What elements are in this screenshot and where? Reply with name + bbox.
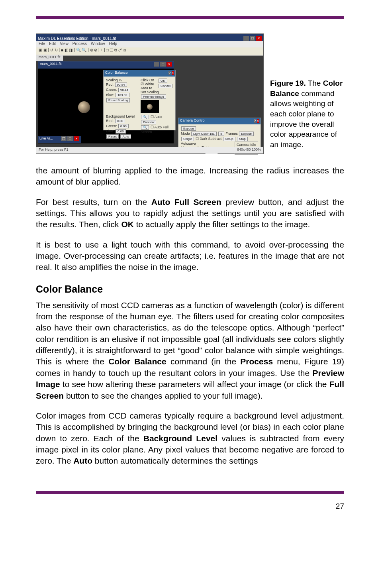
p5-background-level: Background Level — [143, 434, 217, 443]
auto-checkbox-label[interactable]: Auto — [155, 115, 162, 119]
menu-edit[interactable]: Edit — [49, 41, 56, 48]
scaling-green-value[interactable]: 98.14 — [118, 88, 130, 92]
scaling-red-value[interactable]: 90.54 — [115, 83, 127, 87]
bg-red-label: Red: — [106, 119, 114, 123]
paragraph-4: The sensitivity of most CCD cameras as a… — [36, 300, 344, 401]
paragraph-5: Color images from CCD cameras typically … — [36, 410, 344, 467]
menu-window[interactable]: Window — [91, 41, 105, 48]
paragraph-1: the amount of blurring applied to the im… — [36, 165, 344, 188]
menu-file[interactable]: File — [39, 41, 45, 48]
document-window-titlebar: mars_0011.fit _ □ × — [38, 61, 174, 69]
section-heading-color-balance: Color Balance — [36, 283, 344, 295]
dlg-close-icon[interactable]: × — [172, 71, 174, 75]
white-area-text: White Area to — [141, 82, 154, 90]
expose-button[interactable]: Expose — [239, 132, 254, 136]
bg-blue-value[interactable]: 0.00 — [116, 129, 126, 134]
dark-subtract-label[interactable]: Dark Subtract — [200, 137, 221, 141]
p2-ok: OK — [121, 220, 134, 229]
scaling-red-label: Red: — [106, 83, 114, 87]
reset-button[interactable]: Reset — [106, 134, 119, 139]
p4-a: The sensitivity of most CCD cameras as a… — [36, 301, 344, 366]
live-window-titlebar: Live Vi... ❐ □ × — [38, 136, 81, 143]
mode-select[interactable]: Light Color 1x1 — [191, 132, 217, 136]
single-select[interactable]: Single — [181, 137, 194, 141]
cc-help-icon[interactable]: ? — [254, 119, 256, 123]
zoom-in-icon[interactable]: 🔍 — [141, 115, 149, 119]
menu-help[interactable]: Help — [109, 41, 118, 48]
bg-green-label: Green: — [106, 124, 117, 128]
color-balance-dialog: Color Balance ? × Scaling % Red: 90.54 G… — [103, 70, 176, 130]
mode-field[interactable]: 5 — [218, 132, 224, 136]
cancel-button[interactable]: Cancel — [159, 84, 172, 88]
menu-view[interactable]: View — [60, 41, 69, 48]
preview-image-button[interactable]: Preview Image — [141, 94, 166, 99]
scaling-green-label: Green: — [106, 88, 117, 92]
color-balance-body: Scaling % Red: 90.54 Green: 98.14 Blue: … — [104, 77, 175, 141]
p5-auto: Auto — [73, 456, 92, 465]
scaling-blue-label: Blue: — [106, 93, 114, 97]
p2-a: For best results, turn on the — [36, 197, 151, 206]
minimize-icon[interactable]: _ — [243, 36, 249, 41]
bg-blue-label: Blue: — [106, 129, 114, 133]
page-number: 27 — [36, 502, 344, 511]
status-left: For Help, press F1 — [39, 147, 69, 153]
expose-tab[interactable]: Expose — [181, 126, 196, 131]
main-window-title: MaxIm DL Essentials Edition - mars_0011.… — [38, 36, 116, 41]
preview-button-2[interactable]: Preview — [141, 120, 156, 124]
scaling-blue-value[interactable]: 103.32 — [116, 93, 129, 97]
ok-button[interactable]: OK — [159, 79, 167, 83]
live-restore-icon[interactable]: ❐ — [61, 136, 67, 141]
live-max-icon[interactable]: □ — [67, 136, 73, 141]
document-window-title: mars_0011.fit — [40, 62, 62, 68]
help-icon[interactable]: ? — [168, 71, 170, 75]
document-tab[interactable]: mars_0011.fit — [36, 55, 63, 61]
doc-maximize-icon[interactable]: □ — [160, 62, 166, 67]
preview-planet — [147, 104, 153, 110]
set-scaling-text: Set Scaling — [141, 90, 173, 94]
doc-window-buttons: _ □ × — [154, 62, 172, 68]
reset-scaling-button[interactable]: Reset Scaling — [106, 98, 130, 102]
figure-screenshot: MaxIm DL Essentials Edition - mars_0011.… — [36, 33, 264, 154]
figure-caption: Figure 19. The Color Balance command all… — [270, 33, 344, 149]
camera-control-titlebar: Camera Control ? × — [178, 118, 261, 124]
toolbar: ▣ ▣ | ↺ ↻ | ■ ◧ ◨ | 🔍 🔍 | ⊕ ⊘ | + | □ ☰ … — [36, 47, 263, 56]
p2-e: to actually apply the filter settings to… — [134, 220, 310, 229]
zoom-out-icon[interactable]: 🔍 — [141, 125, 149, 130]
cc-help-close: ? × — [254, 118, 259, 124]
frames-label: Frames — [225, 132, 238, 136]
p4-color-balance: Color Balance — [108, 357, 166, 366]
p4-c: command (in the — [166, 357, 241, 366]
status-bar: For Help, press F1 640x480 100% — [36, 147, 263, 153]
maximize-icon[interactable]: □ — [250, 36, 255, 41]
cc-close-icon[interactable]: × — [257, 119, 259, 123]
color-balance-titlebar: Color Balance ? × — [104, 70, 175, 77]
menu-process[interactable]: Process — [72, 41, 87, 48]
live-close-icon[interactable]: × — [74, 136, 79, 141]
p4-process: Process — [240, 357, 273, 366]
mode-label: Mode — [181, 132, 190, 136]
bg-green-value[interactable]: 0.00 — [118, 124, 129, 128]
doc-close-icon[interactable]: × — [166, 62, 172, 67]
figure-caption-text-1: The — [306, 79, 323, 87]
p4-i: button to see the changes applied to you… — [64, 391, 263, 400]
dialog-help-close: ? × — [168, 71, 174, 76]
camera-control-title: Camera Control — [180, 118, 206, 124]
doc-minimize-icon[interactable]: _ — [154, 62, 159, 67]
stop-button[interactable]: Stop — [237, 137, 247, 141]
setup-button[interactable]: Setup — [223, 137, 235, 141]
figure-label: Figure 19. — [270, 79, 306, 87]
live-window-buttons: ❐ □ × — [61, 136, 79, 143]
top-rule — [36, 16, 344, 19]
status-right: 640x480 100% — [237, 147, 261, 153]
auto-button[interactable]: Auto — [120, 134, 131, 139]
p4-g: to see how altering these parameters wil… — [60, 380, 329, 389]
bg-group-label: Background Level — [106, 114, 138, 118]
scaling-group-label: Scaling % — [106, 78, 138, 82]
window-buttons: _ □ × — [243, 36, 262, 41]
p5-e: button automatically determines the sett… — [92, 456, 258, 465]
close-icon[interactable]: × — [256, 36, 262, 41]
color-balance-title: Color Balance — [105, 71, 128, 76]
bg-red-value[interactable]: 0.00 — [115, 119, 125, 123]
figure-caption-text-2: command allows weighting of each color p… — [270, 89, 337, 149]
mars-image — [78, 101, 90, 113]
